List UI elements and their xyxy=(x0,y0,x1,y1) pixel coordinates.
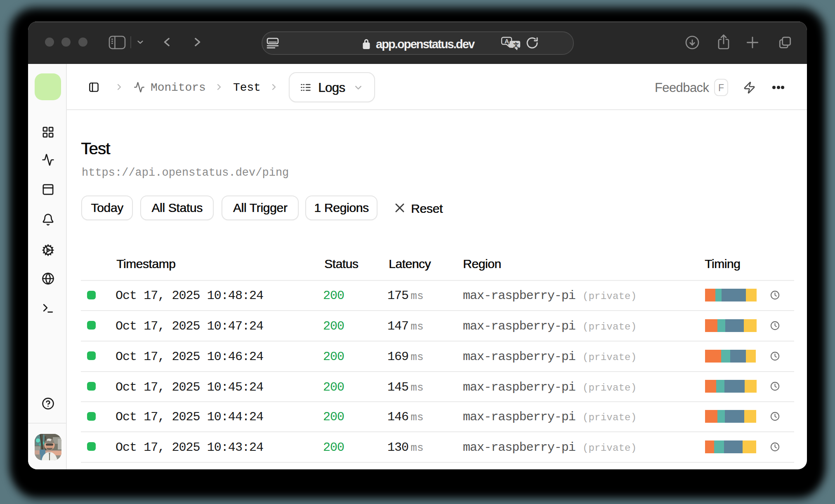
svg-text:文: 文 xyxy=(513,42,519,48)
svg-text:A: A xyxy=(505,38,509,45)
